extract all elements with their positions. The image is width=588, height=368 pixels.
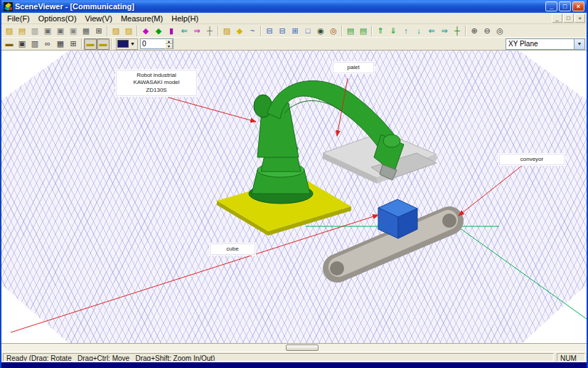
open-path-button[interactable]: ▨: [220, 25, 233, 36]
step-back-button[interactable]: ⇐: [178, 25, 191, 36]
toolbar-separator: [341, 26, 343, 36]
pan-right-icon: ⇒: [441, 27, 447, 35]
menu-item-file[interactable]: File(F): [3, 14, 34, 23]
open-scene-button[interactable]: ▨: [3, 25, 16, 36]
menu-item-options[interactable]: Options(O): [34, 14, 81, 23]
axes-visibility-button[interactable]: ⊞: [67, 38, 80, 50]
zoom-out-button[interactable]: ⊖: [481, 25, 493, 36]
save-scene-icon: ▤: [18, 27, 26, 35]
open-path-icon: ▨: [223, 27, 230, 35]
grid-visibility-icon: ▦: [57, 40, 64, 48]
chevron-down-icon[interactable]: ▼: [574, 39, 584, 49]
pan-up-icon: ⇑: [377, 27, 383, 35]
pan-left-button[interactable]: ⇐: [425, 25, 438, 36]
menu-item-view[interactable]: View(V): [81, 14, 117, 23]
axes-orientation-button[interactable]: ┼: [451, 25, 464, 36]
open-scene-icon: ▨: [6, 27, 13, 35]
marker-green-button[interactable]: ◆: [152, 25, 165, 36]
search-binoculars-button[interactable]: ∞: [41, 38, 54, 50]
camera-top-icon: ▣: [57, 27, 64, 35]
visibility-eye-icon: ◉: [317, 27, 324, 35]
axes-visibility-icon: ⊞: [70, 40, 76, 48]
signal-wave-button[interactable]: ~: [246, 25, 259, 36]
step-forward-icon: ⇒: [193, 27, 200, 35]
color-picker-dropdown[interactable]: ▼: [116, 38, 138, 50]
sheet-green-1-button[interactable]: ▤: [344, 25, 357, 36]
render-mode-button[interactable]: ◎: [327, 25, 340, 36]
mdi-close-button[interactable]: ×: [574, 14, 585, 23]
import-model-button[interactable]: ▨: [109, 25, 122, 36]
coords-readout-icon: ▥: [31, 40, 38, 48]
import-model-icon: ▨: [112, 27, 119, 35]
lock-view-icon: ▣: [18, 40, 26, 48]
value-spinbox[interactable]: 0 ▲ ▼: [140, 38, 173, 49]
rotate-up-button[interactable]: ↑: [400, 25, 412, 36]
marker-magenta-button[interactable]: ◆: [139, 25, 152, 36]
camera-side-icon: ▣: [70, 27, 77, 35]
toggle-plane-a-button[interactable]: ▬: [84, 38, 97, 50]
snapshot-icon: ▬: [6, 40, 14, 48]
rotate-down-button[interactable]: ↓: [412, 25, 425, 36]
crosshair-tool-button[interactable]: ┼: [203, 25, 216, 36]
pan-down-button[interactable]: ⇓: [387, 25, 400, 36]
toggle-plane-b-button[interactable]: ▬: [97, 38, 109, 50]
camera-top-button[interactable]: ▣: [54, 25, 67, 36]
sheet-green-1-icon: ▤: [347, 27, 354, 35]
horizontal-scrollbar[interactable]: [1, 343, 587, 352]
viewport-split-v-button[interactable]: ⊟: [276, 25, 289, 36]
title-bar[interactable]: SceneViewer - [Communicating] _ □ ×: [1, 0, 587, 13]
axes-orientation-icon: ┼: [454, 27, 460, 35]
plane-select-combo[interactable]: XY Plane ▼: [506, 38, 585, 50]
data-table-button[interactable]: ⊞: [92, 25, 105, 36]
visibility-eye-button[interactable]: ◉: [314, 25, 327, 36]
sheet-green-2-button[interactable]: ▤: [357, 25, 370, 36]
main-toolbar: ▨▤▥▣▣▣▦⊞▨▨◆◆▮⇐⇒┼▨◆~⊟⊟⊞□◉◎▤▤⇑⇓↑↓⇐⇒┼⊕⊖◎: [1, 24, 587, 38]
display-mode-button[interactable]: ▦: [80, 25, 92, 36]
dimension-tool-icon: ▮: [169, 27, 173, 35]
marker-green-icon: ◆: [156, 27, 161, 35]
num-lock-indicator: NUM: [557, 353, 585, 362]
scene-viewport[interactable]: Robot industrial KAWASAKI model ZD130S p…: [1, 51, 587, 343]
camera-front-icon: ▣: [44, 27, 51, 35]
maximize-button[interactable]: □: [559, 1, 571, 11]
coords-readout-button[interactable]: ▥: [28, 38, 41, 50]
robot[interactable]: [249, 80, 404, 204]
spin-down-button[interactable]: ▼: [165, 44, 173, 49]
viewport-quad-button[interactable]: ⊞: [289, 25, 301, 36]
zoom-in-button[interactable]: ⊕: [468, 25, 481, 36]
camera-side-button[interactable]: ▣: [67, 25, 80, 36]
camera-front-button[interactable]: ▣: [41, 25, 54, 36]
copy-view-button[interactable]: ▥: [28, 25, 41, 36]
zoom-in-icon: ⊕: [471, 27, 477, 35]
zoom-extents-button[interactable]: ◎: [493, 25, 506, 36]
scene-canvas: [1, 51, 587, 343]
viewport-single-icon: □: [306, 27, 311, 35]
save-scene-button[interactable]: ▤: [16, 25, 28, 36]
status-bar: Ready (Drag: Rotate Drag+Ctrl: Move Drag…: [1, 352, 587, 362]
horizontal-scrollbar-thumb[interactable]: [286, 345, 319, 351]
spinbox-value[interactable]: 0: [141, 39, 165, 48]
diamond-tool-button[interactable]: ◆: [233, 25, 246, 36]
mdi-restore-button[interactable]: □: [563, 14, 574, 23]
snapshot-button[interactable]: ▬: [3, 38, 16, 50]
mdi-minimize-button[interactable]: _: [552, 14, 562, 23]
minimize-button[interactable]: _: [545, 1, 557, 11]
close-button[interactable]: ×: [572, 1, 584, 11]
viewport-split-h-button[interactable]: ⊟: [263, 25, 276, 36]
lock-view-button[interactable]: ▣: [16, 38, 28, 50]
pan-down-icon: ⇓: [390, 27, 396, 35]
step-forward-button[interactable]: ⇒: [191, 25, 203, 36]
pan-right-button[interactable]: ⇒: [438, 25, 451, 36]
menu-item-measure[interactable]: Measure(M): [117, 14, 167, 23]
toggle-plane-b-icon: ▬: [100, 40, 107, 48]
toolbar-separator: [465, 26, 466, 36]
pan-up-button[interactable]: ⇑: [374, 25, 387, 36]
render-mode-icon: ◎: [330, 27, 337, 35]
menu-item-help[interactable]: Help(H): [167, 14, 203, 23]
viewport-single-button[interactable]: □: [301, 25, 314, 36]
dimension-tool-button[interactable]: ▮: [165, 25, 178, 36]
export-model-button[interactable]: ▨: [122, 25, 135, 36]
spin-up-button[interactable]: ▲: [165, 39, 173, 44]
grid-visibility-button[interactable]: ▦: [54, 38, 67, 50]
app-window: SceneViewer - [Communicating] _ □ × File…: [0, 0, 588, 368]
